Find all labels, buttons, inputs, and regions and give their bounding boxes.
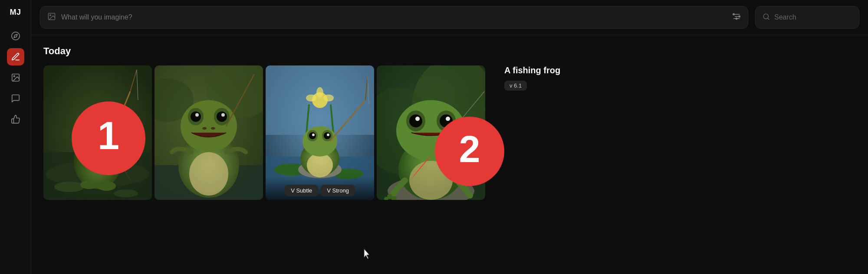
svg-point-49 — [211, 127, 215, 130]
prompt-input-wrapper[interactable] — [40, 6, 748, 29]
svg-point-26 — [102, 127, 108, 132]
sidebar: MJ — [0, 0, 31, 274]
section-title: Today — [43, 46, 856, 57]
svg-point-48 — [202, 127, 207, 130]
svg-point-24 — [90, 128, 92, 130]
svg-line-14 — [768, 18, 769, 19]
svg-point-23 — [88, 127, 93, 132]
svg-point-83 — [409, 114, 422, 127]
image-row: V Subtle V Strong — [43, 65, 485, 200]
sidebar-item-explore[interactable] — [7, 27, 24, 45]
sidebar-item-gallery[interactable] — [7, 69, 24, 86]
v-strong-button[interactable]: V Strong — [321, 185, 355, 196]
svg-point-86 — [440, 114, 453, 127]
sidebar-item-likes[interactable] — [7, 111, 24, 128]
sidebar-item-create[interactable] — [7, 48, 24, 65]
svg-marker-1 — [14, 34, 17, 38]
svg-point-18 — [54, 182, 85, 192]
image-item-4[interactable] — [377, 65, 485, 200]
main-content: Search Today — [31, 0, 868, 274]
version-badge: v 6.1 — [504, 81, 527, 91]
svg-point-59 — [316, 87, 323, 98]
cursor-overlay — [362, 248, 372, 263]
svg-point-80 — [409, 161, 453, 200]
search-box[interactable]: Search — [755, 6, 859, 29]
svg-point-32 — [97, 181, 116, 191]
image-overlay-buttons: V Subtle V Strong — [266, 176, 374, 200]
image-item-1[interactable] — [43, 65, 152, 200]
svg-point-65 — [302, 126, 337, 157]
panel-title: A fishing frog — [504, 65, 598, 75]
svg-point-41 — [181, 100, 237, 152]
prompt-image-icon — [47, 12, 56, 23]
svg-point-57 — [306, 95, 316, 101]
svg-point-40 — [189, 152, 228, 196]
image-item-3[interactable]: V Subtle V Strong — [266, 65, 374, 200]
svg-point-46 — [217, 111, 227, 122]
sidebar-item-messages[interactable] — [7, 90, 24, 107]
svg-point-5 — [50, 14, 51, 16]
svg-point-71 — [327, 134, 329, 136]
image-item-2[interactable] — [155, 65, 263, 200]
svg-point-44 — [195, 113, 199, 117]
svg-point-64 — [307, 153, 333, 177]
svg-point-68 — [312, 134, 315, 136]
svg-point-3 — [13, 75, 15, 77]
svg-point-0 — [11, 32, 19, 40]
svg-point-43 — [191, 111, 201, 122]
search-label: Search — [774, 13, 796, 21]
v-subtle-button[interactable]: V Subtle — [285, 185, 318, 196]
prompt-settings-icon[interactable] — [732, 12, 741, 23]
topbar: Search — [31, 0, 868, 35]
svg-point-27 — [105, 128, 107, 130]
app-logo: MJ — [10, 8, 21, 17]
svg-point-87 — [446, 117, 450, 121]
svg-point-84 — [415, 117, 420, 121]
content-area: Today — [31, 35, 868, 274]
prompt-input[interactable] — [61, 13, 727, 21]
svg-point-58 — [323, 95, 334, 101]
search-icon — [763, 13, 770, 22]
svg-point-31 — [80, 180, 98, 189]
svg-point-81 — [396, 100, 466, 161]
svg-point-47 — [221, 113, 225, 117]
svg-point-19 — [114, 189, 138, 197]
right-panel: A fishing frog v 6.1 — [494, 65, 598, 91]
